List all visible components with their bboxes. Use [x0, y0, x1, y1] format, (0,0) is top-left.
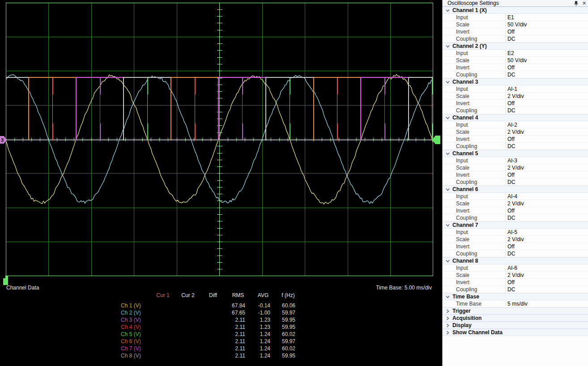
- setting-label: Coupling: [443, 251, 505, 257]
- chevron-right-icon[interactable]: [443, 316, 452, 320]
- setting-value[interactable]: Off: [505, 136, 588, 142]
- setting-value[interactable]: DC: [505, 179, 588, 185]
- section-title: Channel 3: [452, 79, 478, 85]
- cell-ch-2-v-f: 59.97: [276, 309, 301, 316]
- setting-label: Invert: [443, 64, 505, 71]
- setting-value[interactable]: E1: [505, 14, 588, 21]
- cell-ch-3-v-rms: 2.11: [226, 316, 251, 323]
- setting-value[interactable]: 2 V/div: [505, 200, 588, 207]
- chevron-down-icon[interactable]: [443, 80, 452, 84]
- setting-value[interactable]: Off: [505, 64, 588, 71]
- chevron-down-icon[interactable]: [443, 9, 452, 13]
- section-title: Time Base: [452, 294, 479, 300]
- time-position-marker[interactable]: [3, 276, 8, 285]
- setting-value[interactable]: AI-2: [505, 121, 588, 128]
- setting-value[interactable]: DC: [505, 107, 588, 114]
- cell-ch-4-v-f: 59.95: [276, 323, 301, 331]
- section-title: Channel 4: [452, 115, 478, 121]
- setting-value[interactable]: DC: [505, 143, 588, 149]
- setting-label: Invert: [443, 29, 505, 35]
- setting-value[interactable]: E2: [505, 50, 588, 56]
- section-header-channel-6[interactable]: Channel 6: [443, 186, 588, 193]
- setting-value[interactable]: 2 V/div: [505, 164, 588, 171]
- table-header-f-hz[interactable]: f (Hz): [276, 292, 301, 299]
- setting-label: Input: [443, 229, 505, 235]
- setting-label: Scale: [443, 200, 505, 207]
- section-header-channel-3[interactable]: Channel 3: [443, 78, 588, 85]
- chevron-down-icon[interactable]: [443, 259, 452, 263]
- setting-value[interactable]: 5 ms/div: [505, 300, 588, 307]
- setting-value[interactable]: AI-6: [505, 264, 588, 271]
- table-header-diff[interactable]: Diff: [200, 292, 226, 299]
- section-header-channel-7[interactable]: Channel 7: [443, 221, 588, 229]
- chevron-down-icon[interactable]: [443, 295, 452, 299]
- trigger-level-marker[interactable]: [432, 136, 440, 144]
- section-header-channel-1-x[interactable]: Channel 1 (X): [443, 7, 588, 14]
- cell-ch-7-v-avg: 1.24: [251, 345, 276, 352]
- section-header-display[interactable]: Display: [443, 322, 588, 329]
- table-header-rms[interactable]: RMS: [226, 292, 251, 299]
- setting-label: Input: [443, 157, 505, 164]
- setting-value[interactable]: Off: [505, 207, 588, 214]
- table-header-cur-1[interactable]: Cur 1: [150, 292, 175, 299]
- setting-value[interactable]: DC: [505, 35, 588, 42]
- setting-value[interactable]: AI-4: [505, 193, 588, 200]
- setting-value[interactable]: DC: [505, 71, 588, 78]
- cell-ch-4-v-avg: 1.23: [251, 323, 276, 331]
- setting-value[interactable]: AI-1: [505, 85, 588, 92]
- section-header-show-channel-data[interactable]: Show Channel Data: [443, 329, 588, 336]
- setting-value[interactable]: Off: [505, 279, 588, 285]
- setting-value[interactable]: Off: [505, 243, 588, 250]
- chevron-down-icon[interactable]: [443, 223, 452, 227]
- section-header-acquisition[interactable]: Acquisition: [443, 315, 588, 322]
- chevron-right-icon[interactable]: [443, 309, 452, 313]
- setting-value[interactable]: Off: [505, 28, 588, 35]
- section-header-channel-4[interactable]: Channel 4: [443, 114, 588, 121]
- cell-ch-2-v-avg: -1.00: [251, 309, 276, 316]
- setting-value[interactable]: Off: [505, 100, 588, 106]
- setting-label: Coupling: [443, 179, 505, 185]
- cell-ch-8-v-diff: [200, 352, 226, 359]
- table-header-cur-2[interactable]: Cur 2: [175, 292, 200, 299]
- setting-value[interactable]: 2 V/div: [505, 236, 588, 243]
- setting-value[interactable]: 50 V/div: [505, 57, 588, 64]
- setting-label: Invert: [443, 243, 505, 250]
- setting-value[interactable]: AI-3: [505, 157, 588, 164]
- cell-ch-2-v-cur1: [150, 309, 175, 316]
- setting-value[interactable]: DC: [505, 286, 588, 293]
- row-label-ch-1-v: Ch 1 (V): [118, 302, 150, 309]
- setting-value[interactable]: Off: [505, 171, 588, 178]
- setting-value[interactable]: 2 V/div: [505, 128, 588, 135]
- setting-label: Scale: [443, 21, 505, 28]
- chevron-down-icon[interactable]: [443, 44, 452, 48]
- section-header-channel-2-y[interactable]: Channel 2 (Y): [443, 43, 588, 50]
- row-label-ch-2-v: Ch 2 (V): [118, 309, 150, 316]
- close-icon[interactable]: ✕: [581, 0, 587, 6]
- setting-value[interactable]: AI-5: [505, 229, 588, 235]
- setting-value[interactable]: 2 V/div: [505, 272, 588, 278]
- cell-ch-2-v-cur2: [175, 309, 200, 316]
- cell-ch-5-v-avg: 1.24: [251, 331, 276, 338]
- chevron-down-icon[interactable]: [443, 187, 452, 192]
- section-header-time-base[interactable]: Time Base: [443, 293, 588, 300]
- chevron-down-icon[interactable]: [443, 116, 452, 120]
- channel-measurement-table: Cur 1Cur 2DiffRMSAVGf (Hz)Ch 1 (V)67.84-…: [118, 292, 301, 359]
- pin-icon[interactable]: [573, 0, 579, 6]
- chevron-right-icon[interactable]: [443, 323, 452, 328]
- setting-value[interactable]: 2 V/div: [505, 93, 588, 99]
- setting-value[interactable]: DC: [505, 250, 588, 257]
- cell-ch-5-v-diff: [200, 331, 226, 338]
- settings-sections: Channel 1 (X)InputE1Scale50 V/divInvertO…: [443, 7, 588, 336]
- chevron-right-icon[interactable]: [443, 331, 452, 335]
- section-header-channel-8[interactable]: Channel 8: [443, 257, 588, 264]
- cell-ch-3-v-cur2: [175, 316, 200, 323]
- setting-row-channel-3-scale: Scale2 V/div: [443, 93, 588, 100]
- section-header-channel-5[interactable]: Channel 5: [443, 150, 588, 157]
- setting-value[interactable]: 50 V/div: [505, 21, 588, 28]
- setting-value[interactable]: DC: [505, 214, 588, 221]
- chevron-down-icon[interactable]: [443, 152, 452, 156]
- cell-ch-4-v-diff: [200, 323, 226, 331]
- section-header-trigger[interactable]: Trigger: [443, 307, 588, 315]
- setting-label: Invert: [443, 279, 505, 285]
- table-header-avg[interactable]: AVG: [251, 292, 276, 299]
